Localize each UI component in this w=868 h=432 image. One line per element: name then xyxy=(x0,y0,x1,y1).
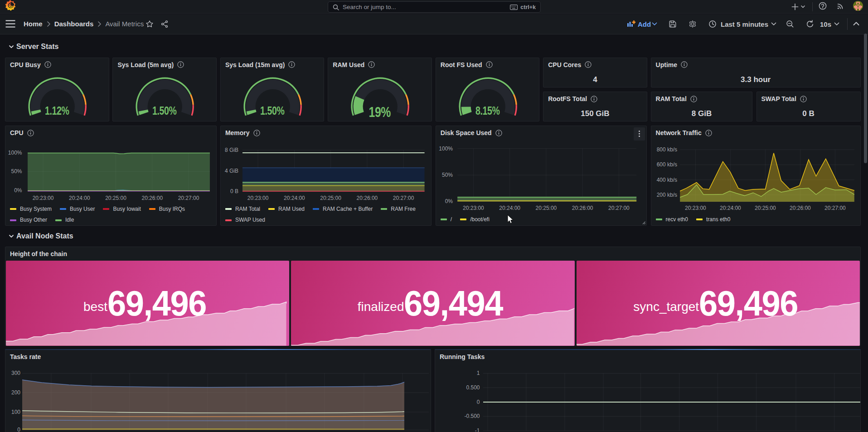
svg-text:20:25:00: 20:25:00 xyxy=(320,195,341,201)
svg-text:20:27:00: 20:27:00 xyxy=(178,195,199,201)
svg-text:20:26:00: 20:26:00 xyxy=(572,205,593,211)
svg-text:20:23:00: 20:23:00 xyxy=(33,195,54,201)
svg-text:8 GiB: 8 GiB xyxy=(225,147,238,153)
svg-text:0: 0 xyxy=(17,427,20,432)
svg-text:600 kb/s: 600 kb/s xyxy=(656,162,677,168)
svg-text:100: 100 xyxy=(11,409,20,415)
svg-text:20:24:00: 20:24:00 xyxy=(284,195,305,201)
svg-text:300: 300 xyxy=(11,370,20,377)
svg-text:4 GiB: 4 GiB xyxy=(225,168,238,174)
svg-text:20:26:00: 20:26:00 xyxy=(790,205,811,211)
svg-text:20:23:00: 20:23:00 xyxy=(463,205,484,211)
svg-text:20:23:00: 20:23:00 xyxy=(247,195,269,201)
svg-text:100%: 100% xyxy=(8,150,22,156)
svg-text:20:24:00: 20:24:00 xyxy=(499,205,520,211)
svg-text:50%: 50% xyxy=(442,172,453,178)
svg-text:20:27:00: 20:27:00 xyxy=(608,205,630,211)
svg-text:-0.500: -0.500 xyxy=(465,413,480,419)
svg-text:20:24:00: 20:24:00 xyxy=(69,195,90,201)
svg-text:20:25:00: 20:25:00 xyxy=(755,205,776,211)
svg-text:20:27:00: 20:27:00 xyxy=(393,195,414,201)
svg-text:-1: -1 xyxy=(475,427,480,432)
svg-text:100%: 100% xyxy=(439,146,453,152)
svg-text:0%: 0% xyxy=(445,199,453,205)
svg-text:20:23:00: 20:23:00 xyxy=(685,205,706,211)
svg-text:20:25:00: 20:25:00 xyxy=(105,195,126,201)
svg-text:0: 0 xyxy=(477,399,480,405)
svg-text:20:25:00: 20:25:00 xyxy=(535,205,557,211)
svg-text:1: 1 xyxy=(477,370,480,377)
svg-text:400 kb/s: 400 kb/s xyxy=(656,177,677,183)
svg-text:0.500: 0.500 xyxy=(466,384,480,391)
svg-text:200: 200 xyxy=(11,389,20,396)
svg-text:20:26:00: 20:26:00 xyxy=(141,195,163,201)
svg-text:800 kb/s: 800 kb/s xyxy=(656,146,677,153)
svg-text:0%: 0% xyxy=(14,187,22,194)
svg-text:20:27:00: 20:27:00 xyxy=(824,205,846,211)
svg-text:50%: 50% xyxy=(11,169,22,175)
svg-text:20:24:00: 20:24:00 xyxy=(720,205,741,211)
svg-text:20:26:00: 20:26:00 xyxy=(356,195,378,201)
svg-text:200 kb/s: 200 kb/s xyxy=(656,192,677,198)
svg-text:0 B: 0 B xyxy=(230,188,238,194)
